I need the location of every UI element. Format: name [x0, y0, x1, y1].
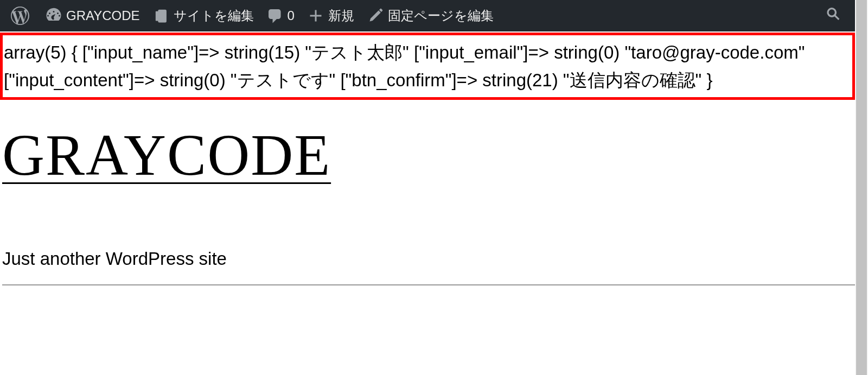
edit-site-menu[interactable]: サイトを編集 [146, 0, 260, 31]
new-content-label: 新規 [328, 7, 354, 24]
wordpress-icon [11, 7, 29, 25]
plus-icon [308, 8, 324, 24]
search-icon [825, 5, 842, 26]
search-menu[interactable] [817, 0, 850, 31]
new-content-menu[interactable]: 新規 [301, 0, 361, 31]
comment-icon [267, 8, 283, 24]
comments-count: 0 [288, 8, 295, 23]
comments-menu[interactable]: 0 [260, 0, 301, 31]
site-header: GRAYCODE [0, 100, 855, 189]
site-title-link[interactable]: GRAYCODE [2, 122, 331, 189]
edit-page-label: 固定ページを編集 [388, 7, 494, 24]
wp-logo-menu[interactable] [5, 0, 39, 31]
php-var-dump-output: array(5) { ["input_name"]=> string(15) "… [0, 33, 855, 100]
wp-admin-bar: GRAYCODE サイトを編集 0 新規 固定ページを編集 [0, 0, 855, 31]
divider [2, 284, 855, 285]
site-name-menu[interactable]: GRAYCODE [39, 0, 146, 31]
dashboard-icon [46, 8, 62, 24]
site-name-label: GRAYCODE [66, 8, 140, 23]
pin-icon [153, 8, 169, 24]
edit-icon [367, 8, 384, 24]
edit-site-label: サイトを編集 [174, 7, 254, 24]
scrollbar-thumb[interactable] [856, 0, 867, 375]
edit-page-menu[interactable]: 固定ページを編集 [361, 0, 500, 31]
vertical-scrollbar[interactable] [855, 0, 868, 375]
site-tagline: Just another WordPress site [0, 189, 855, 269]
